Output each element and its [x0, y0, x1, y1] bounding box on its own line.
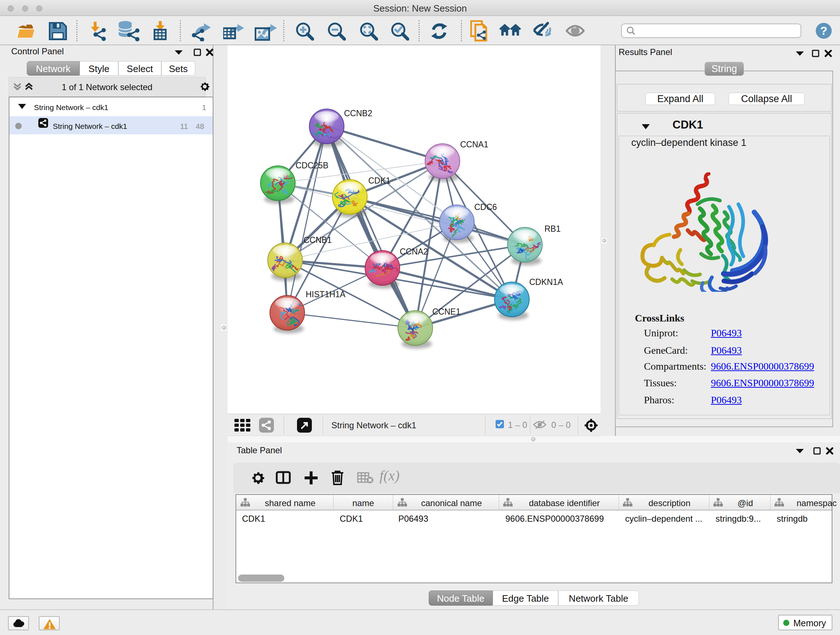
svg-text:CDK1: CDK1 [368, 176, 390, 185]
svg-text:HIST1H1A: HIST1H1A [306, 290, 346, 299]
svg-text:CCNB2: CCNB2 [344, 109, 372, 118]
svg-text:CDKN1A: CDKN1A [529, 277, 563, 287]
svg-text:RB1: RB1 [545, 224, 561, 233]
svg-text:CCNA1: CCNA1 [460, 140, 488, 149]
svg-text:CCNA2: CCNA2 [400, 247, 428, 256]
svg-text:CDC6: CDC6 [474, 203, 497, 212]
svg-text:CCNE1: CCNE1 [432, 307, 461, 317]
svg-text:CDC25B: CDC25B [295, 161, 328, 170]
svg-text:CCNB1: CCNB1 [303, 235, 332, 245]
